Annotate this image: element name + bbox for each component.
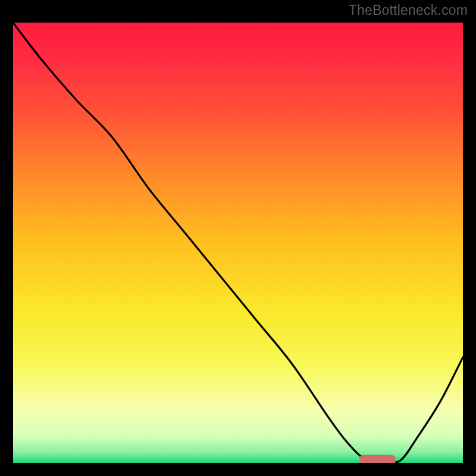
plot-area bbox=[13, 23, 463, 463]
watermark-text: TheBottleneck.com bbox=[349, 2, 468, 18]
chart-svg bbox=[13, 23, 463, 463]
target-marker bbox=[359, 455, 395, 463]
chart-frame bbox=[7, 17, 469, 469]
gradient-background bbox=[13, 23, 463, 463]
